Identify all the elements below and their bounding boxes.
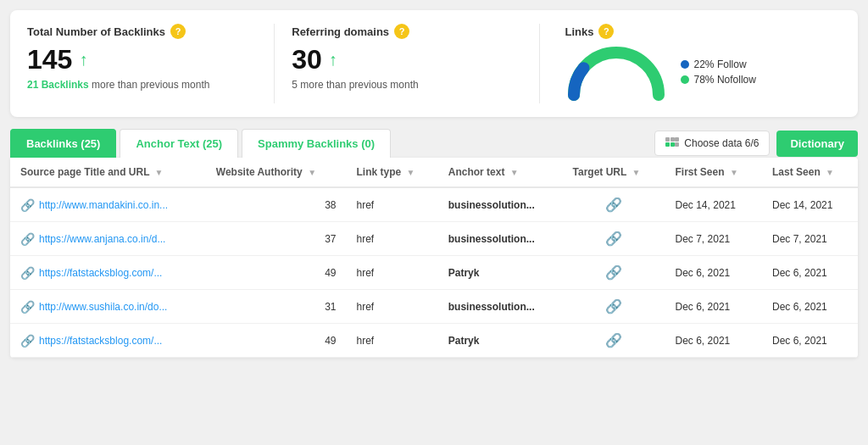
cell-url-2: 🔗 https://fatstacksblog.com/...: [10, 256, 206, 290]
cell-url-1: 🔗 https://www.anjana.co.in/d...: [10, 222, 206, 256]
cell-anchor-3: businessolution...: [438, 290, 563, 324]
dictionary-button[interactable]: Dictionary: [776, 131, 858, 157]
backlinks-table-wrapper: Source page Title and URL ▼ Website Auth…: [10, 158, 858, 358]
target-url-icon-3[interactable]: 🔗: [605, 299, 622, 314]
cell-authority-3: 31: [206, 290, 347, 324]
referring-help-icon[interactable]: ?: [394, 24, 409, 39]
cell-url-4: 🔗 https://fatstacksblog.com/...: [10, 324, 206, 358]
ext-link-icon-1: 🔗: [20, 232, 35, 246]
nofollow-legend-item: 78% Nofollow: [681, 74, 756, 86]
cell-firstseen-2: Dec 6, 2021: [665, 256, 763, 290]
cell-linktype-3: href: [347, 290, 438, 324]
cell-firstseen-4: Dec 6, 2021: [665, 324, 763, 358]
backlinks-sub: 21 Backlinks more than previous month: [27, 79, 257, 91]
stats-card: Total Number of Backlinks ? 145 ↑ 21 Bac…: [10, 10, 858, 117]
choose-data-icon: [665, 137, 679, 149]
backlinks-table: Source page Title and URL ▼ Website Auth…: [10, 158, 858, 358]
th-source-page[interactable]: Source page Title and URL ▼: [10, 158, 206, 187]
cell-lastseen-1: Dec 7, 2021: [762, 222, 858, 256]
svg-rect-5: [675, 142, 679, 147]
cell-anchor-1: businessolution...: [438, 222, 563, 256]
url-link-2[interactable]: 🔗 https://fatstacksblog.com/...: [20, 266, 196, 280]
tabs-bar: Backlinks (25) Anchor Text (25) Spammy B…: [10, 129, 858, 158]
tab-spammy-backlinks[interactable]: Spammy Backlinks (0): [242, 129, 391, 158]
cell-authority-1: 37: [206, 222, 347, 256]
cell-anchor-4: Patryk: [438, 324, 563, 358]
target-url-icon-0[interactable]: 🔗: [605, 197, 622, 212]
table-row: 🔗 http://www.sushila.co.in/do... 31 href…: [10, 290, 858, 324]
svg-rect-2: [675, 137, 679, 142]
backlinks-up-arrow: ↑: [79, 50, 87, 70]
sort-icon-lastseen: ▼: [826, 168, 834, 177]
tabs-table-wrapper: Backlinks (25) Anchor Text (25) Spammy B…: [10, 129, 858, 358]
backlinks-label: Total Number of Backlinks ?: [27, 24, 257, 39]
url-link-3[interactable]: 🔗 http://www.sushila.co.in/do...: [20, 300, 196, 314]
sort-icon-firstseen: ▼: [730, 168, 738, 177]
th-anchor-text[interactable]: Anchor text ▼: [438, 158, 563, 187]
follow-legend-item: 22% Follow: [681, 58, 756, 70]
th-last-seen[interactable]: Last Seen ▼: [762, 158, 858, 187]
backlinks-section: Total Number of Backlinks ? 145 ↑ 21 Bac…: [27, 24, 275, 103]
table-row: 🔗 http://www.mandakini.co.in... 38 href …: [10, 187, 858, 222]
referring-section: Referring domains ? 30 ↑ 5 more than pre…: [292, 24, 539, 103]
table-row: 🔗 https://fatstacksblog.com/... 49 href …: [10, 324, 858, 358]
links-help-icon[interactable]: ?: [598, 24, 614, 39]
cell-linktype-2: href: [347, 256, 438, 290]
follow-dot: [681, 60, 689, 69]
sort-icon-source: ▼: [155, 168, 164, 177]
url-link-0[interactable]: 🔗 http://www.mandakini.co.in...: [20, 198, 196, 212]
cell-target-2: 🔗: [563, 256, 665, 290]
svg-rect-4: [670, 142, 675, 147]
cell-lastseen-4: Dec 6, 2021: [762, 324, 858, 358]
th-target-url[interactable]: Target URL ▼: [563, 158, 665, 187]
choose-data-button[interactable]: Choose data 6/6: [654, 131, 770, 156]
donut-chart: [565, 44, 667, 103]
cell-anchor-2: Patryk: [438, 256, 563, 290]
ext-link-icon-4: 🔗: [20, 334, 35, 348]
sort-icon-anchor: ▼: [510, 168, 519, 177]
referring-label: Referring domains ?: [292, 24, 521, 39]
cell-url-0: 🔗 http://www.mandakini.co.in...: [10, 187, 206, 222]
sort-icon-linktype: ▼: [407, 168, 415, 177]
target-url-icon-2[interactable]: 🔗: [605, 265, 622, 280]
cell-target-3: 🔗: [563, 290, 665, 324]
cell-url-3: 🔗 http://www.sushila.co.in/do...: [10, 290, 206, 324]
url-link-1[interactable]: 🔗 https://www.anjana.co.in/d...: [20, 232, 196, 246]
referring-value: 30 ↑: [292, 44, 521, 75]
th-website-authority[interactable]: Website Authority ▼: [206, 158, 347, 187]
referring-up-arrow: ↑: [329, 50, 337, 70]
svg-rect-3: [665, 142, 670, 147]
th-link-type[interactable]: Link type ▼: [347, 158, 438, 187]
cell-linktype-4: href: [347, 324, 438, 358]
cell-target-1: 🔗: [563, 222, 665, 256]
ext-link-icon-2: 🔗: [20, 266, 35, 280]
cell-authority-0: 38: [206, 187, 347, 222]
svg-rect-0: [665, 137, 670, 142]
svg-rect-1: [670, 137, 675, 142]
referring-sub: 5 more than previous month: [292, 79, 521, 91]
donut-legend: 22% Follow 78% Nofollow: [681, 58, 756, 89]
cell-lastseen-0: Dec 14, 2021: [762, 187, 858, 222]
cell-linktype-0: href: [347, 187, 438, 222]
cell-authority-2: 49: [206, 256, 347, 290]
url-link-4[interactable]: 🔗 https://fatstacksblog.com/...: [20, 334, 196, 348]
backlinks-help-icon[interactable]: ?: [170, 24, 186, 39]
target-url-icon-1[interactable]: 🔗: [605, 231, 622, 246]
cell-target-4: 🔗: [563, 324, 665, 358]
links-label: Links ?: [565, 24, 842, 39]
cell-firstseen-3: Dec 6, 2021: [665, 290, 763, 324]
ext-link-icon-0: 🔗: [20, 198, 35, 212]
backlinks-value: 145 ↑: [27, 44, 257, 75]
tab-anchor-text[interactable]: Anchor Text (25): [120, 129, 238, 158]
th-first-seen[interactable]: First Seen ▼: [665, 158, 763, 187]
cell-target-0: 🔗: [563, 187, 665, 222]
cell-lastseen-2: Dec 6, 2021: [762, 256, 858, 290]
cell-anchor-0: businessolution...: [438, 187, 563, 222]
nofollow-dot: [681, 75, 689, 84]
cell-lastseen-3: Dec 6, 2021: [762, 290, 858, 324]
cell-authority-4: 49: [206, 324, 347, 358]
ext-link-icon-3: 🔗: [20, 300, 35, 314]
tab-backlinks[interactable]: Backlinks (25): [10, 129, 116, 158]
target-url-icon-4[interactable]: 🔗: [605, 333, 622, 348]
table-row: 🔗 https://fatstacksblog.com/... 49 href …: [10, 256, 858, 290]
